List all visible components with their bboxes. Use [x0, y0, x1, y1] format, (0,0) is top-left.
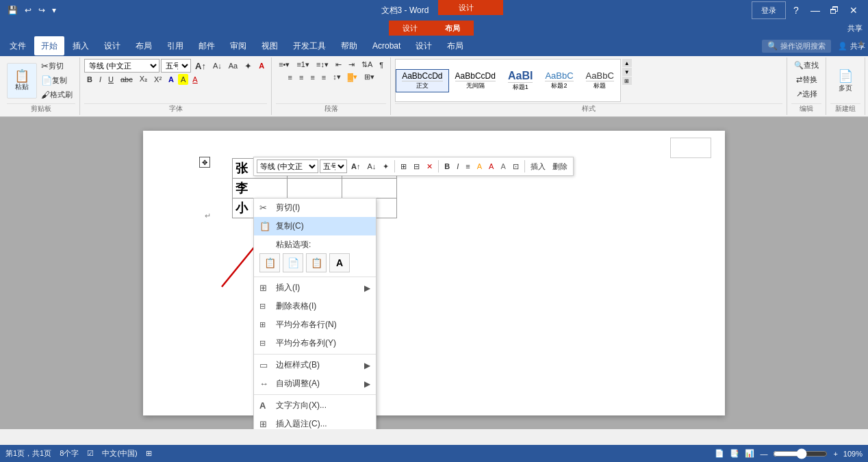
mini-highlight-button[interactable]: A	[474, 159, 485, 174]
paste-button[interactable]: 📋 粘贴	[7, 63, 37, 99]
table-cell-1-2[interactable]	[342, 179, 397, 198]
italic-button[interactable]: I	[97, 74, 104, 85]
minimize-button[interactable]: —	[806, 1, 824, 19]
replace-button[interactable]: ⇄ 替换	[793, 73, 820, 86]
style-nospace[interactable]: AaBbCcDd 无间隔	[449, 60, 502, 101]
align-center-button[interactable]: ≡	[296, 71, 306, 83]
mini-align-button[interactable]: ≡	[463, 159, 472, 174]
mini-close-button[interactable]: ✕	[424, 159, 435, 174]
language[interactable]: 中文(中国)	[102, 448, 137, 459]
menu-developer[interactable]: 开发工具	[286, 36, 333, 55]
ctx-autofit[interactable]: ↔ 自动调整(A) ▶	[254, 374, 376, 393]
close-button[interactable]: ✕	[845, 1, 863, 19]
borders-button[interactable]: ⊞▾	[361, 71, 377, 83]
line-spacing-button[interactable]: ↕▾	[330, 71, 344, 83]
style-h1[interactable]: AaBI 标题1	[502, 60, 539, 101]
table-cell-1-0[interactable]: 李	[233, 179, 288, 198]
font-color-button2[interactable]: A	[190, 74, 200, 85]
sort-button[interactable]: ⇅A	[359, 59, 375, 70]
mini-clear-button[interactable]: ✦	[380, 159, 392, 174]
font-color-btn[interactable]: A	[256, 60, 267, 71]
view-icon-3[interactable]: 📊	[745, 449, 754, 458]
decrease-indent-button[interactable]: ⇤	[333, 59, 344, 70]
mini-shrink-button[interactable]: A↓	[364, 159, 379, 174]
multilevel-list-button[interactable]: ≡↕▾	[314, 59, 331, 70]
ctx-delete-table[interactable]: ⊟ 删除表格(I)	[254, 297, 376, 316]
styles-scroll-down[interactable]: ▼	[622, 68, 632, 76]
style-h2-item[interactable]: AaBbC 标题2	[539, 68, 579, 92]
align-right-button[interactable]: ≡	[307, 71, 317, 83]
font-grow-button[interactable]: A↑	[192, 60, 209, 73]
menu-mailings[interactable]: 邮件	[192, 36, 222, 55]
select-button[interactable]: ↗ 选择	[793, 88, 820, 101]
clear-format-button[interactable]: Aa	[226, 60, 240, 71]
superscript-button[interactable]: X²	[151, 74, 164, 85]
ctx-distribute-rows[interactable]: ⊞ 平均分布各行(N)	[254, 316, 376, 334]
paste-opt-4[interactable]: A	[329, 253, 350, 272]
quick-access-dropdown[interactable]: ▾	[50, 4, 58, 16]
menu-view[interactable]: 视图	[255, 36, 285, 55]
zoom-percent[interactable]: 109%	[843, 450, 863, 458]
show-marks-button[interactable]: ¶	[376, 59, 386, 70]
ribbon-collapse-button[interactable]: ▲	[857, 38, 865, 47]
menu-home[interactable]: 开始	[34, 36, 64, 55]
menu-table-layout[interactable]: 布局	[440, 36, 470, 55]
number-list-button[interactable]: ≡1▾	[294, 59, 312, 70]
view-icon-2[interactable]: 📑	[730, 449, 739, 458]
view-icon-1[interactable]: 📄	[715, 449, 724, 458]
cut-button[interactable]: ✂ 剪切	[38, 60, 75, 73]
menu-acrobat[interactable]: Acrobat	[366, 36, 407, 55]
paste-opt-3[interactable]: 📋	[306, 253, 327, 272]
styles-scroll-up[interactable]: ▲	[622, 59, 632, 67]
menu-file[interactable]: 文件	[3, 36, 33, 55]
multipage-button[interactable]: 📄 多页	[830, 63, 860, 99]
table-move-handle[interactable]: ✥	[199, 157, 210, 168]
copy-button[interactable]: 📄 复制	[38, 74, 75, 87]
menu-layout[interactable]: 布局	[129, 36, 159, 55]
mini-size-select[interactable]: 五号	[320, 159, 347, 173]
table-cell-1-1[interactable]	[288, 179, 342, 198]
menu-help[interactable]: 帮助	[334, 36, 364, 55]
align-left-button[interactable]: ≡	[285, 71, 295, 83]
ctx-cut[interactable]: ✂ 剪切(I)	[254, 198, 376, 217]
styles-expand[interactable]: ⊞	[622, 77, 632, 85]
ctx-border-style[interactable]: ▭ 边框样式(B) ▶	[254, 356, 376, 374]
ctx-text-dir[interactable]: A 文字方向(X)...	[254, 396, 376, 415]
style-normal-item[interactable]: AaBbCcDd 正文	[396, 69, 448, 92]
mini-table-button[interactable]: ⊞	[398, 159, 409, 174]
bold-button[interactable]: B	[84, 74, 95, 85]
ctx-insert[interactable]: ⊞ 插入(I) ▶	[254, 279, 376, 297]
style-h2[interactable]: AaBbC 标题2	[539, 60, 579, 101]
bullet-list-button[interactable]: ≡•▾	[276, 59, 292, 70]
help-button[interactable]: ?	[787, 1, 805, 19]
zoom-minus[interactable]: —	[760, 450, 767, 458]
paste-opt-2[interactable]: 📄	[283, 253, 303, 272]
format-painter-button[interactable]: 🖌 格式刷	[38, 88, 75, 101]
underline-button[interactable]: U	[105, 74, 116, 85]
menu-table-design[interactable]: 设计	[409, 36, 439, 55]
login-button[interactable]: 登录	[752, 1, 786, 19]
text-effect-button[interactable]: A	[166, 74, 177, 85]
mini-border-button[interactable]: ⊡	[510, 159, 522, 174]
mini-delete-button[interactable]: 删除	[550, 159, 570, 174]
mini-bg-button[interactable]: A	[498, 159, 508, 174]
find-button[interactable]: 🔍 查找	[791, 59, 821, 72]
redo-icon[interactable]: ↪	[36, 4, 47, 16]
undo-icon[interactable]: ↩	[23, 4, 34, 16]
menu-review[interactable]: 审阅	[223, 36, 253, 55]
share-label[interactable]: 共享	[847, 23, 863, 34]
font-shrink-button[interactable]: A↓	[210, 60, 225, 71]
style-normal[interactable]: AaBbCcDd 正文	[396, 60, 448, 101]
ctx-distribute-cols[interactable]: ⊟ 平均分布各列(Y)	[254, 334, 376, 352]
zoom-plus[interactable]: +	[833, 450, 837, 458]
mini-grow-button[interactable]: A↑	[348, 159, 363, 174]
zoom-slider[interactable]	[773, 448, 828, 459]
font-size-select[interactable]: 五号	[161, 59, 191, 73]
style-nospace-item[interactable]: AaBbCcDd 无间隔	[449, 69, 502, 92]
ctx-copy[interactable]: 📋 复制(C)	[254, 217, 376, 235]
style-title-item[interactable]: AaBbC 标题	[580, 68, 620, 92]
mini-font-select[interactable]: 等线 (中文正	[257, 159, 318, 173]
mini-fontcolor-button[interactable]: A	[486, 159, 496, 174]
save-icon[interactable]: 💾	[5, 4, 20, 16]
mini-table2-button[interactable]: ⊟	[411, 159, 422, 174]
